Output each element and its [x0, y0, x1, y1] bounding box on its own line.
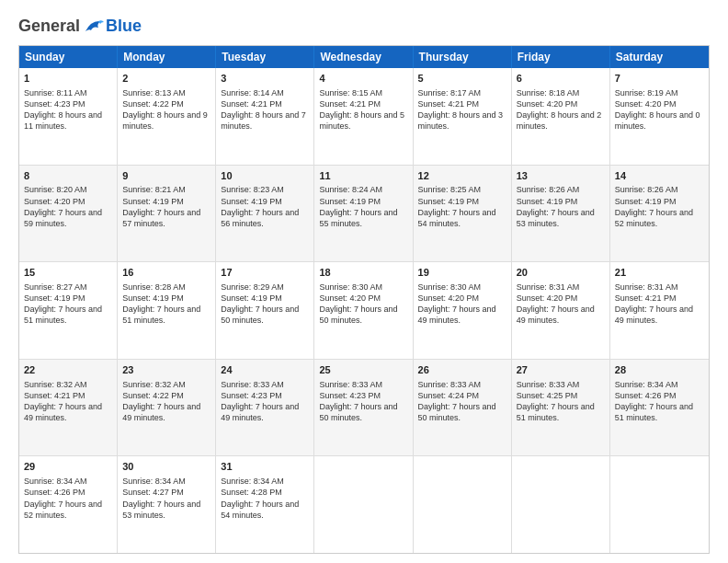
sunset-label: Sunset: 4:23 PM — [24, 99, 85, 109]
logo-blue: Blue — [106, 17, 142, 36]
sunset-label: Sunset: 4:28 PM — [221, 488, 282, 497]
sunset-label: Sunset: 4:19 PM — [615, 197, 677, 206]
calendar-header-saturday: Saturday — [610, 46, 709, 68]
calendar-cell-28: 28Sunrise: 8:34 AMSunset: 4:26 PMDayligh… — [610, 360, 709, 456]
sunset-label: Sunset: 4:24 PM — [418, 391, 480, 400]
sunset-label: Sunset: 4:20 PM — [418, 293, 480, 303]
calendar-cell-empty — [512, 456, 610, 553]
sunset-label: Sunset: 4:22 PM — [122, 99, 184, 109]
sunset-label: Sunset: 4:19 PM — [24, 293, 85, 303]
calendar-cell-25: 25Sunrise: 8:33 AMSunset: 4:23 PMDayligh… — [314, 360, 413, 456]
sunset-label: Sunset: 4:19 PM — [122, 293, 184, 303]
day-number: 12 — [418, 169, 506, 183]
sunrise-label: Sunrise: 8:34 AM — [221, 477, 284, 486]
calendar-header-tuesday: Tuesday — [216, 46, 314, 68]
sunset-label: Sunset: 4:20 PM — [319, 293, 381, 303]
daylight-label: Daylight: 8 hours and 11 minutes. — [24, 110, 102, 131]
sunrise-label: Sunrise: 8:30 AM — [418, 282, 482, 292]
day-number: 11 — [319, 169, 407, 183]
sunrise-label: Sunrise: 8:14 AM — [221, 88, 284, 98]
calendar-cell-6: 6Sunrise: 8:18 AMSunset: 4:20 PMDaylight… — [512, 68, 610, 165]
sunset-label: Sunset: 4:19 PM — [122, 197, 184, 206]
daylight-label: Daylight: 7 hours and 51 minutes. — [615, 402, 693, 422]
day-number: 4 — [319, 72, 407, 86]
daylight-label: Daylight: 7 hours and 50 minutes. — [221, 304, 299, 325]
day-number: 3 — [221, 72, 309, 86]
daylight-label: Daylight: 7 hours and 51 minutes. — [517, 402, 595, 422]
calendar-cell-11: 11Sunrise: 8:24 AMSunset: 4:19 PMDayligh… — [314, 166, 413, 262]
calendar-cell-18: 18Sunrise: 8:30 AMSunset: 4:20 PMDayligh… — [314, 262, 413, 359]
sunrise-label: Sunrise: 8:23 AM — [221, 185, 284, 194]
sunrise-label: Sunrise: 8:18 AM — [517, 88, 580, 98]
daylight-label: Daylight: 7 hours and 56 minutes. — [221, 208, 299, 228]
sunrise-label: Sunrise: 8:34 AM — [122, 477, 186, 486]
calendar-header: SundayMondayTuesdayWednesdayThursdayFrid… — [19, 46, 709, 68]
daylight-label: Daylight: 7 hours and 49 minutes. — [122, 402, 200, 422]
sunset-label: Sunset: 4:21 PM — [221, 99, 282, 109]
daylight-label: Daylight: 8 hours and 0 minutes. — [615, 110, 700, 131]
day-number: 16 — [122, 266, 210, 280]
calendar-header-thursday: Thursday — [414, 46, 512, 68]
day-number: 1 — [24, 72, 112, 86]
daylight-label: Daylight: 8 hours and 9 minutes. — [122, 110, 208, 131]
sunrise-label: Sunrise: 8:34 AM — [24, 477, 87, 486]
sunrise-label: Sunrise: 8:11 AM — [24, 88, 87, 98]
daylight-label: Daylight: 7 hours and 55 minutes. — [319, 208, 397, 228]
daylight-label: Daylight: 7 hours and 49 minutes. — [221, 402, 299, 422]
day-number: 20 — [517, 266, 605, 280]
calendar-cell-1: 1Sunrise: 8:11 AMSunset: 4:23 PMDaylight… — [19, 68, 118, 165]
sunset-label: Sunset: 4:23 PM — [221, 391, 282, 400]
daylight-label: Daylight: 7 hours and 49 minutes. — [418, 304, 496, 325]
sunset-label: Sunset: 4:21 PM — [418, 99, 480, 109]
calendar-cell-2: 2Sunrise: 8:13 AMSunset: 4:22 PMDaylight… — [118, 68, 216, 165]
calendar-cell-26: 26Sunrise: 8:33 AMSunset: 4:24 PMDayligh… — [414, 360, 512, 456]
daylight-label: Daylight: 7 hours and 59 minutes. — [24, 208, 102, 228]
calendar-cell-17: 17Sunrise: 8:29 AMSunset: 4:19 PMDayligh… — [216, 262, 314, 359]
day-number: 13 — [517, 169, 605, 183]
calendar-cell-empty — [610, 456, 709, 553]
daylight-label: Daylight: 8 hours and 5 minutes. — [319, 110, 404, 131]
calendar-cell-12: 12Sunrise: 8:25 AMSunset: 4:19 PMDayligh… — [414, 166, 512, 262]
daylight-label: Daylight: 7 hours and 51 minutes. — [122, 304, 200, 325]
sunset-label: Sunset: 4:19 PM — [517, 197, 578, 206]
sunset-label: Sunset: 4:26 PM — [615, 391, 677, 400]
sunrise-label: Sunrise: 8:32 AM — [122, 380, 186, 389]
daylight-label: Daylight: 7 hours and 52 minutes. — [615, 208, 693, 228]
calendar-cell-30: 30Sunrise: 8:34 AMSunset: 4:27 PMDayligh… — [118, 456, 216, 553]
day-number: 15 — [24, 266, 112, 280]
sunset-label: Sunset: 4:19 PM — [319, 197, 381, 206]
calendar-row: 15Sunrise: 8:27 AMSunset: 4:19 PMDayligh… — [19, 262, 709, 360]
calendar-row: 29Sunrise: 8:34 AMSunset: 4:26 PMDayligh… — [19, 456, 709, 553]
sunrise-label: Sunrise: 8:26 AM — [615, 185, 678, 194]
calendar-header-friday: Friday — [512, 46, 610, 68]
calendar-header-wednesday: Wednesday — [314, 46, 413, 68]
calendar-cell-13: 13Sunrise: 8:26 AMSunset: 4:19 PMDayligh… — [512, 166, 610, 262]
calendar-header-monday: Monday — [118, 46, 216, 68]
sunset-label: Sunset: 4:21 PM — [319, 99, 381, 109]
daylight-label: Daylight: 7 hours and 50 minutes. — [418, 402, 496, 422]
day-number: 6 — [517, 72, 605, 86]
daylight-label: Daylight: 7 hours and 57 minutes. — [122, 208, 200, 228]
calendar-cell-15: 15Sunrise: 8:27 AMSunset: 4:19 PMDayligh… — [19, 262, 118, 359]
page: General Blue SundayMondayTuesdayWednesda… — [0, 0, 728, 563]
day-number: 8 — [24, 169, 112, 183]
sunset-label: Sunset: 4:19 PM — [418, 197, 480, 206]
daylight-label: Daylight: 8 hours and 7 minutes. — [221, 110, 306, 131]
sunrise-label: Sunrise: 8:20 AM — [24, 185, 87, 194]
sunset-label: Sunset: 4:20 PM — [517, 293, 578, 303]
sunrise-label: Sunrise: 8:25 AM — [418, 185, 482, 194]
daylight-label: Daylight: 7 hours and 53 minutes. — [122, 500, 200, 520]
sunrise-label: Sunrise: 8:26 AM — [517, 185, 580, 194]
sunrise-label: Sunrise: 8:33 AM — [319, 380, 382, 389]
calendar-cell-20: 20Sunrise: 8:31 AMSunset: 4:20 PMDayligh… — [512, 262, 610, 359]
calendar-cell-7: 7Sunrise: 8:19 AMSunset: 4:20 PMDaylight… — [610, 68, 709, 165]
daylight-label: Daylight: 7 hours and 53 minutes. — [517, 208, 595, 228]
daylight-label: Daylight: 7 hours and 50 minutes. — [319, 304, 397, 325]
calendar-cell-3: 3Sunrise: 8:14 AMSunset: 4:21 PMDaylight… — [216, 68, 314, 165]
logo-bird-icon — [84, 18, 104, 35]
calendar-cell-23: 23Sunrise: 8:32 AMSunset: 4:22 PMDayligh… — [118, 360, 216, 456]
calendar-cell-4: 4Sunrise: 8:15 AMSunset: 4:21 PMDaylight… — [314, 68, 413, 165]
sunrise-label: Sunrise: 8:31 AM — [615, 282, 678, 292]
header: General Blue — [18, 17, 710, 36]
sunrise-label: Sunrise: 8:33 AM — [221, 380, 284, 389]
